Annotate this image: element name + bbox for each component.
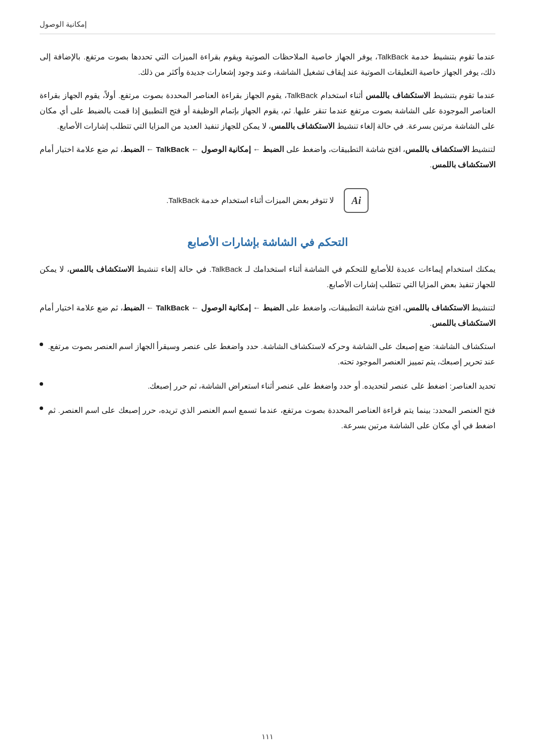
header-title: إمكانية الوصول [40, 20, 87, 29]
list-item: فتح العنصر المحدد: بينما يتم قراءة العنا… [40, 403, 495, 433]
paragraph-2: عندما تقوم بتنشيط الاستكشاف باللمس أثناء… [40, 88, 495, 134]
paragraph-3: لتنشيط الاستكشاف باللمس، افتح شاشة التطب… [40, 142, 495, 172]
bold-explore: الاستكشاف باللمس [405, 145, 469, 153]
bold-explore-2: الاستكشاف باللمس [432, 160, 495, 169]
bullet-label-1: استكشاف الشاشة: [433, 342, 495, 351]
note-icon: Ai [344, 188, 369, 213]
page-container: إمكانية الوصول عندما تقوم بتنشيط خدمة Ta… [0, 0, 535, 756]
bold-accessibility: إمكانية الوصول [201, 145, 251, 153]
bullet-list: استكشاف الشاشة: ضع إصبعك على الشاشة وحرك… [40, 339, 495, 433]
bullet-label-2: تحديد العناصر: [449, 382, 495, 390]
section-content: يمكنك استخدام إيماءات عديدة للأصابع للتح… [40, 261, 495, 433]
intro-section: عندما تقوم بتنشيط خدمة TalkBack، يوفر ال… [40, 49, 495, 219]
note-box: Ai لا تتوفر بعض الميزات أثناء استخدام خد… [40, 182, 495, 219]
bullet-dot-1 [40, 343, 43, 346]
bold-access-s2: إمكانية الوصول [201, 303, 251, 312]
bullet-text-1: استكشاف الشاشة: ضع إصبعك على الشاشة وحرك… [48, 339, 495, 369]
section-paragraph-1: يمكنك استخدام إيماءات عديدة للأصابع للتح… [40, 261, 495, 292]
paragraph-1: عندما تقوم بتنشيط خدمة TalkBack، يوفر ال… [40, 49, 495, 80]
bullet-label-3: فتح العنصر المحدد: [433, 406, 495, 414]
list-item: استكشاف الشاشة: ضع إصبعك على الشاشة وحرك… [40, 339, 495, 369]
bullet-text-2: تحديد العناصر: اضغط على عنصر لتحديده. أو… [48, 378, 495, 394]
bullet-dot-3 [40, 406, 43, 410]
bold-explore-s2: الاستكشاف باللمس [432, 319, 495, 327]
note-text: لا تتوفر بعض الميزات أثناء استخدام خدمة … [166, 194, 334, 207]
bullet-dot-2 [40, 382, 43, 386]
bullet-text-3: فتح العنصر المحدد: بينما يتم قراءة العنا… [48, 403, 495, 433]
bold-explore-t2: الاستكشاف باللمس [405, 303, 469, 312]
header-bar: إمكانية الوصول [40, 20, 495, 34]
bold-tb-s2: TalkBack [156, 303, 189, 312]
bold-talkback: TalkBack [156, 145, 189, 153]
bold-text-2: الاستكشاف باللمس [271, 122, 334, 130]
bold-text: الاستكشاف باللمس [366, 91, 430, 100]
bold-settings-2: الضبط [123, 145, 144, 153]
bold-explore-touch: الاستكشاف باللمس [69, 265, 134, 273]
list-item: تحديد العناصر: اضغط على عنصر لتحديده. أو… [40, 378, 495, 394]
bold-settings-s2: الضبط [263, 303, 284, 312]
section-heading: التحكم في الشاشة بإشارات الأصابع [40, 236, 495, 249]
bold-settings: الضبط [263, 145, 284, 153]
bold-set-s2: الضبط [123, 303, 144, 312]
page-number: ١١١ [262, 732, 273, 741]
section-paragraph-2: لتنشيط الاستكشاف باللمس، افتح شاشة التطب… [40, 300, 495, 331]
